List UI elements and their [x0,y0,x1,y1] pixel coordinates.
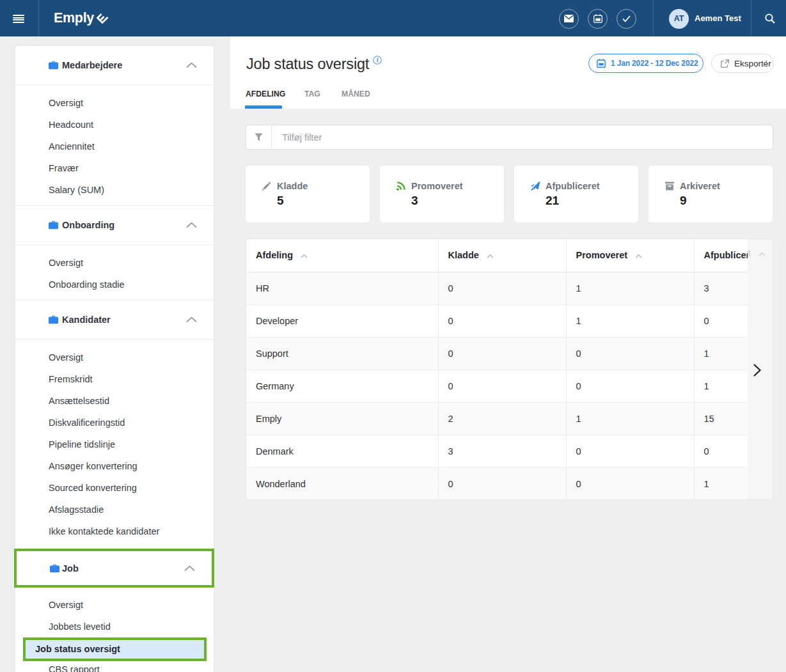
svg-text:i: i [377,57,379,63]
